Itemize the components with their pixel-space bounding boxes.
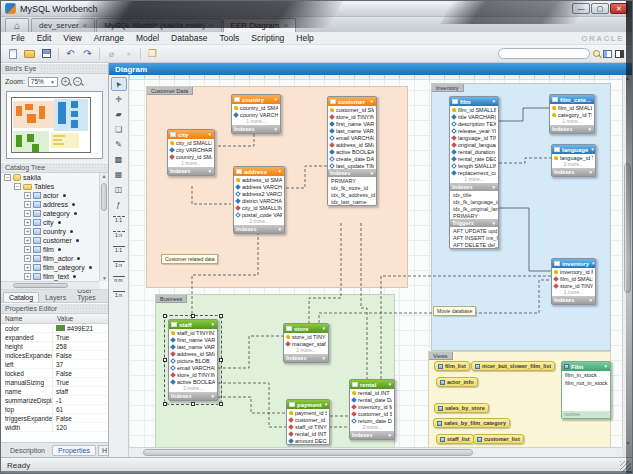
catalog-table-film_text[interactable]: +film_text <box>1 272 108 281</box>
scrollbar-thumb[interactable] <box>13 283 68 288</box>
section-toggle-icon[interactable]: ▼ <box>588 127 592 132</box>
canvas-horizontal-scrollbar[interactable] <box>129 447 622 457</box>
eraser-tool[interactable]: ▰ <box>111 107 127 121</box>
section-toggle-icon[interactable]: ▼ <box>370 171 374 176</box>
selection-handle[interactable] <box>219 402 223 406</box>
home-tab[interactable]: ⌂ <box>5 18 29 32</box>
section-toggle-icon[interactable]: ▼ <box>492 185 496 190</box>
zoom-tool-button[interactable]: ⌀ <box>104 47 119 61</box>
section-toggle-icon[interactable]: ▼ <box>208 169 212 174</box>
section-bar-indexes[interactable]: Indexes▼ <box>232 125 280 133</box>
rel-1n-dashed-tool[interactable]: 1:n <box>111 227 127 241</box>
section-bar-indexes[interactable]: Indexes▼ <box>284 354 328 362</box>
collapse-icon[interactable]: ▼ <box>324 402 328 407</box>
section-toggle-icon[interactable]: ▼ <box>211 394 215 399</box>
diagram-table-staff[interactable]: staff▼staff_id TINYINTfirst_name VARCH..… <box>168 319 218 401</box>
collapse-icon[interactable]: ▼ <box>274 97 278 102</box>
section-toggle-icon[interactable]: ▼ <box>589 298 593 303</box>
expander-icon[interactable]: + <box>24 210 31 217</box>
routine-group-film[interactable]: Film▼film_in_stockfilm_not_in_stockrouti… <box>561 361 611 419</box>
tree-horizontal-scrollbar[interactable] <box>1 281 99 289</box>
zoom-in-icon[interactable]: + <box>61 77 70 86</box>
close-tab-icon[interactable]: × <box>283 21 288 30</box>
collapse-icon[interactable]: ▼ <box>208 132 212 137</box>
view-actor_info[interactable]: actor_info <box>436 377 478 387</box>
diagram-table-film_cate[interactable]: film_cate...▼film_id SMALLINTcategory_id… <box>549 94 595 134</box>
open-model-button[interactable] <box>22 47 37 61</box>
diagram-canvas[interactable]: Customer DataInventoryBusinessViewscount… <box>129 75 622 447</box>
layer-tool[interactable]: ❏ <box>111 122 127 136</box>
rel-1n-solid-tool[interactable]: 1:n <box>111 257 127 271</box>
new-diagram-button[interactable]: ❐ <box>145 47 160 61</box>
new-document-button[interactable] <box>5 47 20 61</box>
selection-handle[interactable] <box>219 358 223 362</box>
close-tab-icon[interactable]: × <box>83 21 88 30</box>
section-bar-indexes[interactable]: Indexes▼ <box>169 392 217 400</box>
note-customer-related-data[interactable]: Customer related data <box>161 254 218 264</box>
section-toggle-icon[interactable]: ▼ <box>322 356 326 361</box>
catalog-table-city[interactable]: +city <box>1 218 108 227</box>
rel-11-solid-tool[interactable]: 1:1 <box>111 242 127 256</box>
collapse-icon[interactable]: ▼ <box>591 261 595 266</box>
grid-tool-button[interactable]: ▫ <box>121 47 136 61</box>
zoom-select[interactable]: 75%▼ <box>28 77 58 87</box>
search-icon[interactable] <box>593 50 600 57</box>
birds-eye-thumbnail[interactable] <box>6 91 103 159</box>
minimap-viewport[interactable] <box>11 97 91 153</box>
diagram-table-language[interactable]: language▼language_id TINY...2 more...Ind… <box>551 144 596 177</box>
maximize-button[interactable]: ▢ <box>591 3 609 14</box>
close-tab-icon[interactable]: × <box>209 21 214 30</box>
zoom-out-icon[interactable]: − <box>73 77 82 86</box>
menu-help[interactable]: Help <box>290 33 319 43</box>
diagram-table-address[interactable]: address▼address_id SMALLINTaddress VARCH… <box>233 166 285 234</box>
section-toggle-icon[interactable]: ▼ <box>492 221 496 226</box>
section-bar-indexes[interactable]: Indexes▼ <box>168 167 214 175</box>
sidebar-tab-catalog[interactable]: Catalog <box>3 292 39 302</box>
view-film_list[interactable]: film_list <box>434 361 470 371</box>
tree-vertical-scrollbar[interactable]: ▲▼ <box>99 173 108 281</box>
section-toggle-icon[interactable]: ▼ <box>388 433 392 438</box>
bottom-tab-description[interactable]: Description <box>5 446 50 455</box>
note-tool[interactable]: ✎ <box>111 137 127 151</box>
selection-handle[interactable] <box>219 314 223 318</box>
expander-icon[interactable]: + <box>24 255 31 262</box>
expander-icon[interactable]: − <box>4 174 11 181</box>
view-sales_by_film_category[interactable]: sales_by_film_category <box>433 418 510 428</box>
image-tool[interactable]: ▩ <box>111 152 127 166</box>
close-button[interactable]: ✕ <box>610 3 628 14</box>
collapse-icon[interactable]: ▼ <box>211 322 215 327</box>
diagram-table-payment[interactable]: payment▼payment_id SMAL...customer_id SM… <box>286 399 330 445</box>
menu-tools[interactable]: Tools <box>213 33 245 43</box>
diagram-table-rental[interactable]: rental▼rental_id INTrental_date DATE...i… <box>349 379 395 440</box>
expander-icon[interactable]: + <box>24 201 31 208</box>
catalog-folder-tables[interactable]: − Tables <box>1 182 108 191</box>
section-toggle-icon[interactable]: ▼ <box>278 227 282 232</box>
menu-arrange[interactable]: Arrange <box>88 33 130 43</box>
scrollbar-thumb[interactable] <box>624 163 631 293</box>
routine-group-tool[interactable]: ƒ <box>111 197 127 211</box>
diagram-table-film[interactable]: film▼film_id SMALLINTtitle VARCHAR(255)d… <box>449 96 499 249</box>
menu-edit[interactable]: Edit <box>31 33 58 43</box>
section-toggle-icon[interactable]: ▼ <box>274 127 278 132</box>
rel-nm-solid-tool[interactable]: n:m <box>111 272 127 286</box>
diagram-table-city[interactable]: city▼city_id SMALLINTcity VARCHAR(50)cou… <box>167 129 215 176</box>
resize-grip[interactable] <box>620 461 631 472</box>
collapse-icon[interactable]: ▼ <box>593 97 594 102</box>
property-row-width[interactable]: width120 <box>1 423 108 432</box>
bottom-tab-properties[interactable]: Properties <box>52 445 96 456</box>
section-bar-triggers[interactable]: Triggers▼ <box>450 219 498 227</box>
menu-database[interactable]: Database <box>165 33 213 43</box>
doc-tab-mysql-model-sakila-mwb-[interactable]: MySQL Model* (sakila.mwb)× <box>96 18 221 32</box>
collapse-icon[interactable]: ▼ <box>604 364 608 369</box>
collapse-icon[interactable]: ▼ <box>388 382 392 387</box>
selection-handle[interactable] <box>191 402 195 406</box>
selection-handle[interactable] <box>163 314 167 318</box>
history-box[interactable]: H▲▼ <box>98 445 109 456</box>
catalog-table-film[interactable]: +film <box>1 245 108 254</box>
menu-view[interactable]: View <box>57 33 87 43</box>
title-bar[interactable]: MySQL Workbench — ▢ ✕ <box>1 1 632 17</box>
catalog-table-film_actor[interactable]: +film_actor <box>1 254 108 263</box>
canvas-vertical-scrollbar[interactable]: ▲▼ <box>622 75 632 447</box>
catalog-table-category[interactable]: +category <box>1 209 108 218</box>
collapse-icon[interactable]: ▼ <box>322 326 326 331</box>
